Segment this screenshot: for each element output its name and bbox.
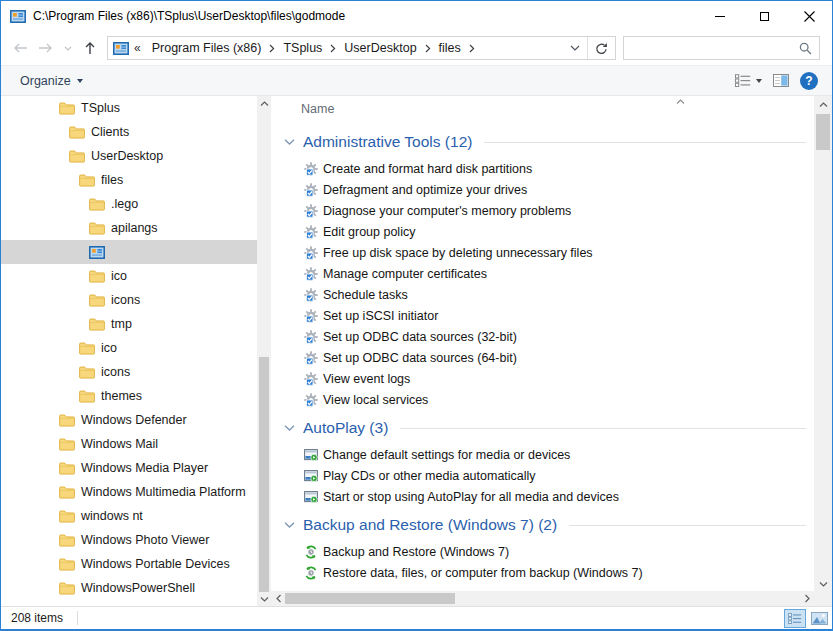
group-heading[interactable]: Backup and Restore (Windows 7) (2) [271,513,814,537]
tree-item[interactable]: UserDesktop [1,144,257,168]
tree-item[interactable]: windows nt [1,504,257,528]
up-button[interactable] [77,36,103,60]
control-panel-task[interactable]: Set up iSCSI initiator [271,305,814,326]
file-group: Administrative Tools (12) [271,130,814,410]
admin-item-icon [303,204,318,218]
details-view-toggle[interactable] [784,609,806,628]
scroll-down-button[interactable] [257,592,271,606]
scrollbar-thumb[interactable] [285,593,455,604]
tree-item[interactable]: icons [1,360,257,384]
control-panel-task[interactable]: Edit group policy [271,221,814,242]
tree-item[interactable]: Windows Photo Viewer [1,528,257,552]
gear-checkbox-icon [304,351,318,365]
group-items: Backup and Restore (Windows 7) [271,541,814,583]
tree-item[interactable]: WindowsPowerShell [1,576,257,600]
minimize-button[interactable] [697,1,742,31]
preview-pane-button[interactable] [773,74,789,87]
search-icon[interactable] [799,42,812,55]
tree-item[interactable]: files [1,168,257,192]
chevron-right-icon [330,44,336,53]
tree-item[interactable]: icons [1,288,257,312]
scrollbar-thumb[interactable] [259,357,269,593]
address-bar[interactable]: « Program Files (x86) TSplus UserDesktop… [107,36,616,60]
control-panel-task[interactable]: Manage computer certificates [271,263,814,284]
search-input[interactable] [624,37,799,59]
sidebar-scrollbar[interactable] [257,96,271,606]
breadcrumb-segment[interactable]: Program Files (x86) [147,37,267,59]
control-panel-icon [89,246,105,259]
control-panel-task[interactable]: Schedule tasks [271,284,814,305]
item-count: 208 items [11,611,63,625]
control-panel-task[interactable]: Backup and Restore (Windows 7) [271,541,814,562]
main-scrollbar-horizontal[interactable] [271,591,814,606]
help-button[interactable]: ? [800,72,818,90]
control-panel-task[interactable]: Diagnose your computer's memory problems [271,200,814,221]
control-panel-task[interactable]: Defragment and optimize your drives [271,179,814,200]
control-panel-task[interactable]: Create and format hard disk partitions [271,158,814,179]
scrollbar-thumb[interactable] [816,114,830,150]
chevron-down-icon[interactable] [284,139,295,145]
tree-item[interactable] [1,600,257,606]
recent-locations-button[interactable] [59,36,77,60]
breadcrumb-overflow[interactable]: « [134,41,141,55]
tree-item[interactable]: Windows Multimedia Platform [1,480,257,504]
organize-button[interactable]: Organize [11,70,92,92]
maximize-button[interactable] [742,1,787,31]
breadcrumb-segment[interactable]: TSplus [278,37,327,59]
tree-item[interactable]: .lego [1,192,257,216]
main-scrollbar-vertical[interactable] [814,96,832,592]
control-panel-task[interactable]: View local services [271,389,814,410]
chevron-up-icon [819,102,828,107]
control-panel-task[interactable]: View event logs [271,368,814,389]
breadcrumb-segment[interactable]: files [434,37,466,59]
tree-item[interactable]: ico [1,264,257,288]
tree-item[interactable]: Windows Media Player [1,456,257,480]
scroll-up-button[interactable] [257,96,271,110]
chevron-left-icon [276,594,281,603]
tree-item[interactable]: Clients [1,120,257,144]
group-heading[interactable]: Administrative Tools (12) [271,130,814,154]
scroll-left-button[interactable] [271,591,285,606]
control-panel-task[interactable]: Change default settings for media or dev… [271,444,814,465]
scroll-right-button[interactable] [800,591,814,606]
control-panel-task[interactable]: Set up ODBC data sources (32-bit) [271,326,814,347]
control-panel-task[interactable]: Play CDs or other media automatically [271,465,814,486]
chevron-down-icon[interactable] [284,425,295,431]
refresh-button[interactable] [587,37,615,59]
forward-button[interactable] [33,36,59,60]
control-panel-icon [10,10,26,23]
column-header-name[interactable]: Name [301,102,334,116]
tree-item[interactable]: Windows Portable Devices [1,552,257,576]
chevron-down-icon [819,582,828,587]
window-title: C:\Program Files (x86)\TSplus\UserDeskto… [33,9,345,23]
file-group: AutoPlay (3) [271,416,814,507]
tree-item[interactable]: Windows Mail [1,432,257,456]
breadcrumb-segment[interactable]: UserDesktop [339,37,421,59]
chevron-down-icon[interactable] [284,522,295,528]
group-heading[interactable]: AutoPlay (3) [271,416,814,440]
folder-icon [69,150,85,163]
tree-item[interactable]: Windows Defender [1,408,257,432]
dropdown-caret-icon [756,79,762,83]
scroll-down-button[interactable] [814,576,832,592]
control-panel-icon [113,42,129,55]
admin-item-icon [303,162,318,176]
back-arrow-icon [12,42,28,54]
change-view-button[interactable] [735,74,762,87]
tree-item[interactable]: ico [1,336,257,360]
thumbnail-view-toggle[interactable] [808,609,830,628]
tree-item[interactable]: themes [1,384,257,408]
tree-item[interactable] [1,240,257,264]
address-dropdown-button[interactable] [563,37,587,59]
back-button[interactable] [7,36,33,60]
control-panel-task[interactable]: Start or stop using AutoPlay for all med… [271,486,814,507]
close-button[interactable] [787,1,832,31]
control-panel-task[interactable]: Set up ODBC data sources (64-bit) [271,347,814,368]
tree-item[interactable]: TSplus [1,96,257,120]
tree-item[interactable]: apilangs [1,216,257,240]
tree-item[interactable]: tmp [1,312,257,336]
control-panel-task[interactable]: Free up disk space by deleting unnecessa… [271,242,814,263]
scroll-up-button[interactable] [814,96,832,112]
control-panel-task[interactable]: Restore data, files, or computer from ba… [271,562,814,583]
title-bar[interactable]: C:\Program Files (x86)\TSplus\UserDeskto… [1,1,832,31]
